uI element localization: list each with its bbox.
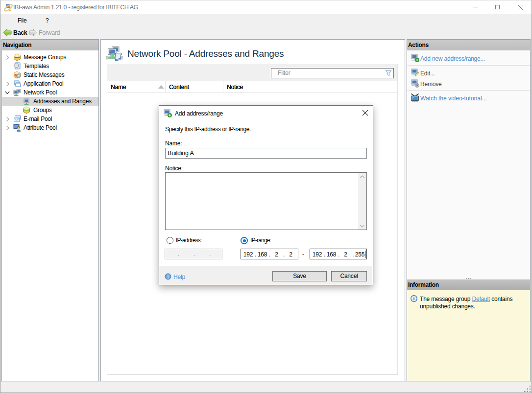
svg-text:?: ? bbox=[167, 275, 169, 279]
